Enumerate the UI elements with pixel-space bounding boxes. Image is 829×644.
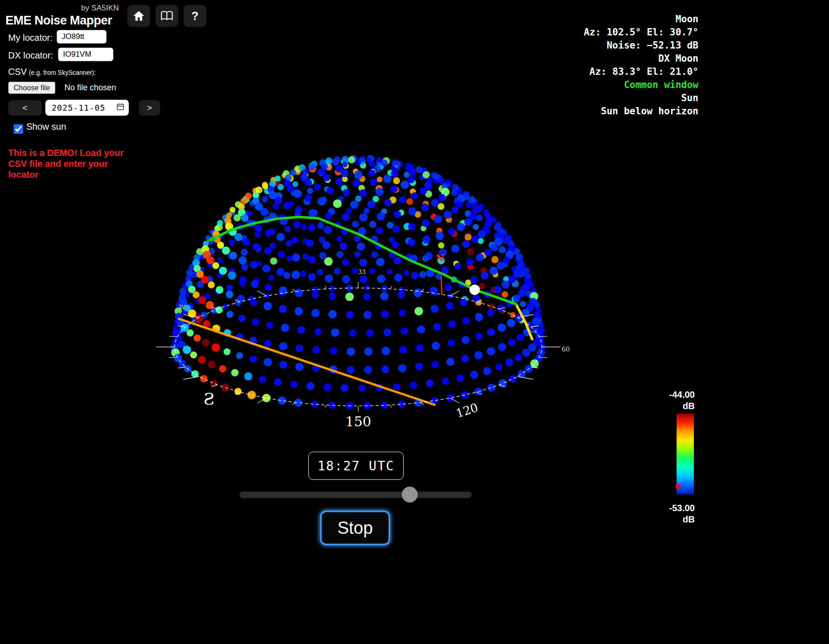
- moon-azel: Az: 102.5° El: 30.7°: [584, 26, 698, 39]
- svg-text:150: 150: [345, 414, 371, 429]
- csv-label-main: CSV: [8, 67, 27, 77]
- sky-dome-visualization[interactable]: S1501206033WN: [154, 152, 571, 449]
- home-icon: [133, 10, 145, 21]
- svg-text:33: 33: [358, 268, 366, 275]
- svg-text:N: N: [436, 253, 444, 263]
- moon-noise: Noise: −52.13 dB: [584, 39, 698, 52]
- time-slider-track[interactable]: [239, 492, 472, 498]
- colorbar-max-label: -44.00 dB: [669, 389, 695, 412]
- next-day-button[interactable]: >: [139, 100, 160, 116]
- csv-label: CSV (e.g. from SkyScanner):: [8, 67, 96, 77]
- map-button[interactable]: [156, 5, 178, 27]
- date-input[interactable]: 2025-11-05: [45, 100, 129, 116]
- colorbar-max-unit: dB: [669, 400, 695, 412]
- calendar-icon: [117, 103, 124, 112]
- colorbar-min-value: -53.00: [669, 503, 695, 514]
- colorbar-min-label: -53.00 dB: [669, 503, 695, 525]
- show-sun-label: Show sun: [26, 122, 66, 132]
- my-locator-label: My locator:: [8, 31, 53, 44]
- sun-header: Sun: [584, 92, 698, 105]
- noise-colorbar: [677, 414, 694, 494]
- colorbar-max-value: -44.00: [669, 389, 695, 400]
- svg-text:60: 60: [561, 346, 570, 353]
- time-slider-thumb[interactable]: [402, 487, 418, 503]
- file-status-text: No file chosen: [64, 83, 116, 93]
- svg-text:S: S: [203, 390, 215, 408]
- help-icon: ?: [191, 9, 199, 23]
- choose-file-button[interactable]: Choose file: [8, 82, 55, 94]
- previous-day-button[interactable]: <: [8, 100, 42, 116]
- common-window-status: Common window: [584, 78, 698, 92]
- byline: by SA5IKN: [5, 4, 119, 13]
- help-button[interactable]: ?: [184, 5, 206, 27]
- dx-locator-input[interactable]: [58, 48, 113, 61]
- my-locator-input[interactable]: [57, 30, 107, 44]
- dx-moon-azel: Az: 83.3° El: 21.0°: [584, 65, 698, 78]
- sun-status: Sun below horizon: [584, 105, 698, 118]
- stop-button[interactable]: Stop: [320, 511, 390, 545]
- svg-text:120: 120: [454, 400, 479, 420]
- utc-time-display: 18:27 UTC: [308, 452, 404, 480]
- show-sun-checkbox[interactable]: [14, 124, 23, 134]
- dx-locator-label: DX locator:: [8, 49, 53, 62]
- home-button[interactable]: [127, 5, 150, 27]
- csv-label-hint: (e.g. from SkyScanner):: [29, 69, 96, 76]
- app-root: by SA5IKN EME Noise Mapper ? My locator:…: [0, 0, 829, 644]
- svg-text:W: W: [179, 304, 185, 311]
- page-title: EME Noise Mapper: [5, 14, 112, 28]
- colorbar-current-marker: [676, 484, 680, 488]
- dx-moon-header: DX Moon: [584, 52, 698, 65]
- date-value: 2025-11-05: [52, 103, 105, 112]
- moon-header: Moon: [584, 13, 698, 26]
- demo-warning-text: This is a DEMO! Load your CSV file and e…: [8, 147, 135, 180]
- status-readout: Moon Az: 102.5° El: 30.7° Noise: −52.13 …: [584, 13, 698, 118]
- colorbar-min-unit: dB: [669, 514, 695, 525]
- map-icon: [161, 10, 173, 21]
